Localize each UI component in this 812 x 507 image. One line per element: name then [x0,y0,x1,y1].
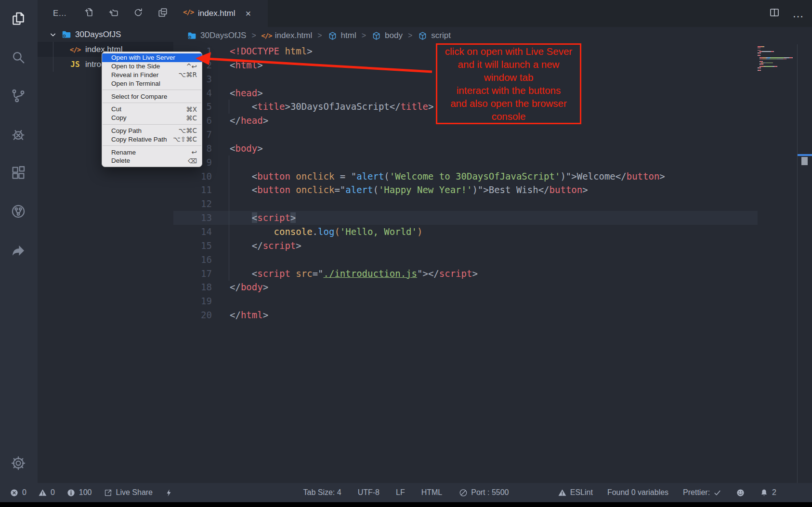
status-item-lf[interactable]: LF [396,488,405,497]
menu-item-open-with-live-server[interactable]: Open with Live Server [102,53,202,62]
minimap-line [758,68,797,69]
menu-item-copy-path[interactable]: Copy Path⌥⌘C [102,127,202,135]
activity-search-button[interactable] [10,49,27,66]
status-item-html[interactable]: HTML [421,488,443,497]
menu-item-reveal-in-finder[interactable]: Reveal in Finder⌥⌘R [102,71,202,79]
code-line[interactable]: 17 <script src="./introduction.js"></scr… [173,267,758,281]
status-item-0[interactable]: 0 [10,488,26,497]
menu-item-cut[interactable]: Cut⌘X [102,105,202,114]
menu-item-copy-relative-path[interactable]: Copy Relative Path⌥⇧⌘C [102,135,202,143]
line-number[interactable]: 10 [173,169,212,183]
collapse-all-button[interactable] [157,7,168,20]
breadcrumb-label: script [431,31,451,40]
menu-shortcut: ⌫ [188,157,197,165]
tab-index-html[interactable]: </> index.html × [173,0,268,27]
line-number[interactable]: 12 [173,197,212,211]
symbol-cube-icon [327,31,338,41]
minimap-line [758,64,797,65]
minimap-line [758,70,797,71]
breadcrumb-item-body[interactable]: body [371,31,403,41]
line-number[interactable]: 16 [173,253,212,267]
scrollbar-thumb[interactable] [801,157,808,165]
line-number[interactable]: 13 [173,211,212,225]
new-folder-button[interactable] [108,7,119,20]
code-line[interactable]: 8<body> [173,142,758,156]
breadcrumb-item-index.html[interactable]: </>index.html [262,31,312,41]
menu-item-open-to-the-side[interactable]: Open to the Side^↩ [102,62,202,71]
line-number[interactable]: 17 [173,267,212,281]
gear-icon [10,455,26,471]
line-number[interactable]: 15 [173,239,212,253]
menu-item-copy[interactable]: Copy⌘C [102,114,202,122]
menu-item-rename[interactable]: Rename↩ [102,148,202,156]
code-line[interactable]: 20</html> [173,308,758,322]
split-editor-button[interactable] [769,7,780,20]
code-line[interactable]: 16 [173,253,758,267]
code-line[interactable]: 11 <button onclick="alert('Happy New Yea… [173,183,758,197]
minimap-line [758,56,797,57]
code-line[interactable]: 18</body> [173,280,758,294]
breadcrumb: 30DaysOfJS></>index.html>html>body>scrip… [173,27,812,44]
code-line[interactable]: 13 <script> [173,211,758,225]
folder-row-30DaysOfJS[interactable]: 30DaysOfJS [38,27,173,42]
html-code-icon: </> [70,44,80,55]
menu-item-open-in-terminal[interactable]: Open in Terminal [102,79,202,88]
folder-label: 30DaysOfJS [75,30,121,39]
status-item-utf-8[interactable]: UTF-8 [358,488,380,497]
info-icon [66,488,76,497]
menu-item-delete[interactable]: Delete⌫ [102,156,202,165]
status-item-100[interactable]: 100 [66,488,92,497]
status-item-0[interactable]: 0 [38,488,55,497]
manage-gear-button[interactable] [10,455,27,472]
breadcrumb-label: index.html [275,31,312,40]
status-item-icon[interactable] [164,488,173,497]
line-number[interactable]: 18 [173,280,212,294]
activity-source-control-button[interactable] [10,88,27,105]
breadcrumb-item-30DaysOfJS[interactable]: 30DaysOfJS [187,31,246,41]
code-line[interactable]: 19 [173,294,758,308]
code-line[interactable]: 12 [173,197,758,211]
activity-share-arrow-button[interactable] [10,242,27,259]
code-line[interactable]: 15 </script> [173,239,758,253]
code-line[interactable]: 7 [173,128,758,142]
refresh-button[interactable] [133,7,144,20]
status-item-tab-size-4[interactable]: Tab Size: 4 [303,488,341,497]
breadcrumb-item-html[interactable]: html [327,31,356,41]
annotation-line: and also open the browser [437,97,580,110]
scrollbar[interactable] [797,44,812,483]
activity-extensions-button[interactable] [10,165,27,182]
code-line[interactable]: 10 <button onclick = "alert('Welcome to … [173,169,758,183]
refresh-icon [133,7,144,18]
html-code-icon: </> [262,31,272,41]
minimap-line [758,57,797,58]
menu-item-label: Open in Terminal [111,80,160,87]
line-number[interactable]: 19 [173,294,212,308]
line-number[interactable]: 20 [173,308,212,322]
new-file-button[interactable] [84,7,94,20]
menu-separator [103,90,201,90]
activity-debug-button[interactable] [10,126,27,143]
code-text: <body> [230,142,263,156]
scrollbar-cursor-marker [798,154,812,156]
close-icon[interactable]: × [245,8,251,19]
status-item-2[interactable]: 2 [760,488,776,497]
more-actions-button[interactable]: … [793,8,804,19]
activity-explorer-files-button[interactable] [10,11,27,28]
status-label: ESLint [570,488,593,497]
breadcrumb-item-script[interactable]: script [418,31,451,41]
line-number[interactable]: 14 [173,225,212,239]
minimap[interactable] [758,46,797,71]
status-item-found-0-variables[interactable]: Found 0 variables [607,488,668,497]
code-line[interactable]: 9 [173,156,758,169]
status-item-icon[interactable] [736,488,745,497]
menu-item-select-for-compare[interactable]: Select for Compare [102,92,202,101]
status-item-port-5500[interactable]: Port : 5500 [458,488,509,497]
line-number[interactable]: 11 [173,183,212,197]
activity-live-share-circle-button[interactable] [10,203,27,221]
status-item-eslint[interactable]: ESLint [558,488,593,497]
annotation-line: interact with the buttons [437,84,580,97]
status-item-prettier-[interactable]: Prettier: [683,488,721,497]
status-label: 100 [79,488,92,497]
status-item-live-share[interactable]: Live Share [104,488,153,497]
code-line[interactable]: 14 console.log('Hello, World') [173,225,758,239]
